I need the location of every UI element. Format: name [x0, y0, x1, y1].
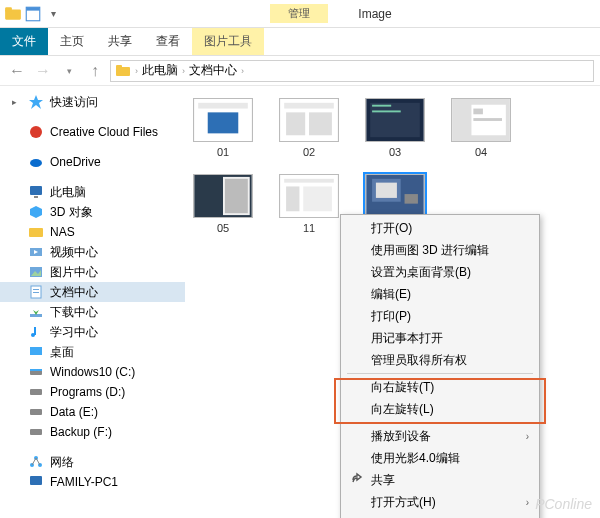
ctx-rotate-left[interactable]: 向左旋转(L) — [341, 398, 539, 420]
ctx-share[interactable]: 共享 — [341, 469, 539, 491]
qat-dropdown-icon[interactable]: ▾ — [44, 5, 62, 23]
sidebar-documents[interactable]: 文档中心 — [0, 282, 185, 302]
svg-rect-24 — [30, 347, 42, 355]
file-item[interactable]: 01 — [193, 98, 253, 158]
back-button[interactable]: ← — [6, 60, 28, 82]
svg-rect-45 — [372, 105, 391, 107]
svg-rect-49 — [473, 109, 483, 115]
file-item[interactable]: 03 — [365, 98, 425, 158]
onedrive-icon — [28, 154, 44, 170]
thumbnail-icon — [193, 174, 253, 218]
properties-icon[interactable] — [24, 5, 42, 23]
thumbnail-icon — [365, 98, 425, 142]
disk-icon — [28, 364, 44, 380]
svg-rect-9 — [30, 186, 42, 195]
svg-rect-28 — [30, 409, 42, 415]
ctx-paint3d[interactable]: 使用画图 3D 进行编辑 — [341, 239, 539, 261]
ctx-edit[interactable]: 编辑(E) — [341, 283, 539, 305]
sidebar-disk-e[interactable]: Data (E:) — [0, 402, 185, 422]
address-bar: ← → ▾ ↑ › 此电脑 › 文档中心 › — [0, 56, 600, 86]
forward-button[interactable]: → — [32, 60, 54, 82]
file-item[interactable]: 11 — [279, 174, 339, 234]
ribbon-tabs: 文件 主页 共享 查看 图片工具 — [0, 28, 600, 56]
ctx-set-background[interactable]: 设置为桌面背景(B) — [341, 261, 539, 283]
folder-icon — [115, 63, 131, 79]
ctx-open[interactable]: 打开(O) — [341, 217, 539, 239]
chevron-right-icon[interactable]: › — [241, 66, 244, 76]
tab-home[interactable]: 主页 — [48, 28, 96, 55]
sidebar-this-pc[interactable]: 此电脑 — [0, 182, 185, 202]
ctx-admin[interactable]: 管理员取得所有权 — [341, 349, 539, 371]
ctx-photoshop[interactable]: 使用光影4.0编辑 — [341, 447, 539, 469]
sidebar-disk-c[interactable]: Windows10 (C:) — [0, 362, 185, 382]
desktop-icon — [28, 344, 44, 360]
ctx-cast[interactable]: 播放到设备› — [341, 425, 539, 447]
titlebar: ▾ 管理 Image — [0, 0, 600, 28]
svg-marker-11 — [30, 206, 42, 218]
ctx-print[interactable]: 打印(P) — [341, 305, 539, 327]
sidebar-pictures[interactable]: 图片中心 — [0, 262, 185, 282]
file-item[interactable]: 02 — [279, 98, 339, 158]
context-menu: 打开(O) 使用画图 3D 进行编辑 设置为桌面背景(B) 编辑(E) 打印(P… — [340, 214, 540, 518]
star-icon — [28, 94, 44, 110]
sidebar-nas[interactable]: NAS — [0, 222, 185, 242]
svg-rect-56 — [286, 186, 299, 211]
disk-icon — [28, 384, 44, 400]
svg-rect-55 — [284, 179, 334, 183]
chevron-right-icon[interactable]: › — [135, 66, 138, 76]
breadcrumb-pc[interactable]: 此电脑 — [142, 62, 178, 79]
sidebar-desktop[interactable]: 桌面 — [0, 342, 185, 362]
sidebar-creative-cloud[interactable]: Creative Cloud Files — [0, 122, 185, 142]
breadcrumb[interactable]: › 此电脑 › 文档中心 › — [110, 60, 594, 82]
recent-dropdown[interactable]: ▾ — [58, 60, 80, 82]
tab-share[interactable]: 共享 — [96, 28, 144, 55]
svg-rect-40 — [284, 103, 334, 109]
file-label: 11 — [303, 222, 315, 234]
svg-rect-53 — [225, 179, 248, 213]
svg-rect-42 — [309, 112, 332, 135]
tab-file[interactable]: 文件 — [0, 28, 48, 55]
svg-rect-3 — [26, 7, 40, 10]
image-icon — [28, 264, 44, 280]
ribbon-context-label: 管理 — [270, 4, 328, 23]
sidebar-downloads[interactable]: 下载中心 — [0, 302, 185, 322]
sidebar-disk-f[interactable]: Backup (F:) — [0, 422, 185, 442]
svg-rect-50 — [473, 118, 502, 121]
ctx-open-with[interactable]: 打开方式(H)› — [341, 491, 539, 513]
svg-rect-29 — [30, 429, 42, 435]
svg-point-8 — [30, 159, 42, 167]
svg-rect-5 — [116, 65, 122, 69]
ctx-notepad[interactable]: 用记事本打开 — [341, 327, 539, 349]
tab-view[interactable]: 查看 — [144, 28, 192, 55]
ctx-rotate-right[interactable]: 向右旋转(T) — [341, 376, 539, 398]
network-icon — [28, 454, 44, 470]
thumbnail-icon — [451, 98, 511, 142]
thumbnail-icon — [279, 174, 339, 218]
sidebar-family-pc[interactable]: FAMILY-PC1 — [0, 472, 185, 492]
sidebar-quick-access[interactable]: ▸快速访问 — [0, 92, 185, 112]
up-button[interactable]: ↑ — [84, 60, 106, 82]
svg-rect-60 — [376, 183, 397, 198]
monitor-icon — [28, 474, 44, 490]
sidebar-video[interactable]: 视频中心 — [0, 242, 185, 262]
ctx-winrar[interactable]: WinRAR› — [341, 513, 539, 518]
sidebar-3d-objects[interactable]: 3D 对象 — [0, 202, 185, 222]
sidebar-network[interactable]: 网络 — [0, 452, 185, 472]
svg-rect-12 — [29, 228, 43, 237]
file-label: 02 — [303, 146, 315, 158]
chevron-right-icon[interactable]: › — [182, 66, 185, 76]
monitor-icon — [28, 184, 44, 200]
thumbnail-icon — [279, 98, 339, 142]
music-icon — [28, 324, 44, 340]
tab-picture-tools[interactable]: 图片工具 — [192, 28, 264, 55]
sidebar-study[interactable]: 学习中心 — [0, 322, 185, 342]
file-item[interactable]: 04 — [451, 98, 511, 158]
sidebar-onedrive[interactable]: OneDrive — [0, 152, 185, 172]
breadcrumb-folder[interactable]: 文档中心 — [189, 62, 237, 79]
svg-marker-21 — [33, 306, 39, 315]
folder-icon[interactable] — [4, 5, 22, 23]
svg-rect-57 — [303, 186, 332, 211]
sidebar-disk-d[interactable]: Programs (D:) — [0, 382, 185, 402]
file-label: 04 — [475, 146, 487, 158]
file-item[interactable]: 05 — [193, 174, 253, 234]
